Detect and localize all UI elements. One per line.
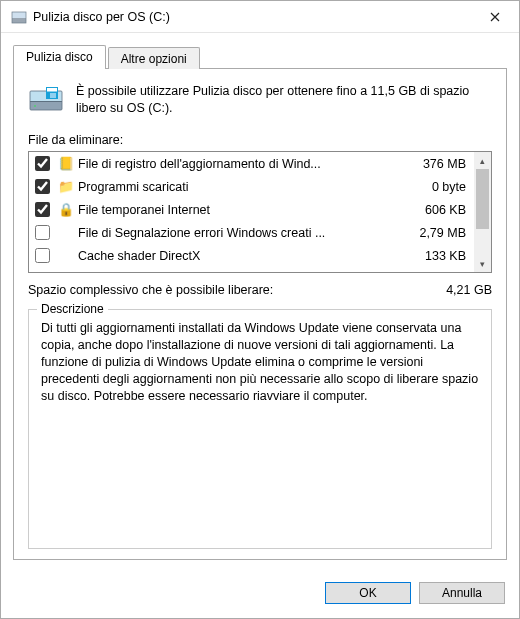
svg-rect-1 [12, 12, 26, 18]
file-name: File temporanei Internet [78, 203, 403, 217]
scrollbar[interactable]: ▴ ▾ [474, 152, 491, 272]
total-value: 4,21 GB [446, 283, 492, 297]
file-name: File di Segnalazione errori Windows crea… [78, 226, 403, 240]
file-row[interactable]: Cache shader DirectX133 KB [29, 244, 474, 267]
tab-other-options[interactable]: Altre opzioni [108, 47, 200, 69]
ok-button[interactable]: OK [325, 582, 411, 604]
file-size: 376 MB [403, 157, 468, 171]
file-row[interactable]: 📒File di registro dell'aggiornamento di … [29, 152, 474, 175]
drive-icon [28, 85, 64, 121]
scroll-track[interactable] [474, 169, 491, 255]
close-button[interactable] [473, 2, 517, 32]
file-type-icon: 📒 [58, 156, 74, 172]
file-checkbox[interactable] [35, 225, 50, 240]
svg-rect-10 [50, 93, 56, 98]
file-name: Programmi scaricati [78, 180, 403, 194]
description-group: Descrizione Di tutti gli aggiornamenti i… [28, 309, 492, 549]
tab-main[interactable]: Pulizia disco [13, 45, 106, 69]
files-label: File da eliminare: [28, 133, 492, 147]
cancel-button[interactable]: Annulla [419, 582, 505, 604]
file-size: 2,79 MB [403, 226, 468, 240]
file-type-icon: 📁 [58, 179, 74, 195]
file-name: Cache shader DirectX [78, 249, 403, 263]
svg-rect-6 [30, 101, 62, 102]
window-title: Pulizia disco per OS (C:) [33, 10, 473, 24]
scroll-down-icon[interactable]: ▾ [474, 255, 491, 272]
title-bar: Pulizia disco per OS (C:) [1, 1, 519, 33]
scroll-thumb[interactable] [476, 169, 489, 229]
file-size: 606 KB [403, 203, 468, 217]
file-list: 📒File di registro dell'aggiornamento di … [28, 151, 492, 273]
file-type-icon [58, 248, 74, 264]
description-heading: Descrizione [37, 302, 108, 316]
file-checkbox[interactable] [35, 179, 50, 194]
description-text: Di tutti gli aggiornamenti installati da… [41, 320, 479, 404]
file-checkbox[interactable] [35, 202, 50, 217]
file-checkbox[interactable] [35, 156, 50, 171]
dialog-content: Pulizia disco Altre opzioni È possibile … [1, 33, 519, 572]
file-size: 133 KB [403, 249, 468, 263]
file-row[interactable]: 📁Programmi scaricati0 byte [29, 175, 474, 198]
file-type-icon [58, 225, 74, 241]
file-row[interactable]: File di Segnalazione errori Windows crea… [29, 221, 474, 244]
drive-cleanup-icon [11, 9, 27, 25]
svg-rect-0 [12, 18, 26, 23]
intro-text: È possibile utilizzare Pulizia disco per… [76, 83, 492, 121]
tab-strip: Pulizia disco Altre opzioni [13, 45, 507, 68]
svg-rect-9 [47, 88, 57, 92]
file-name: File di registro dell'aggiornamento di W… [78, 157, 403, 171]
button-bar: OK Annulla [1, 572, 519, 618]
total-label: Spazio complessivo che è possibile liber… [28, 283, 446, 297]
file-size: 0 byte [403, 180, 468, 194]
total-row: Spazio complessivo che è possibile liber… [28, 283, 492, 297]
intro-row: È possibile utilizzare Pulizia disco per… [28, 83, 492, 121]
file-type-icon: 🔒 [58, 202, 74, 218]
file-checkbox[interactable] [35, 248, 50, 263]
tab-panel-main: È possibile utilizzare Pulizia disco per… [13, 68, 507, 560]
file-row[interactable]: 🔒File temporanei Internet606 KB [29, 198, 474, 221]
svg-point-7 [34, 105, 36, 107]
scroll-up-icon[interactable]: ▴ [474, 152, 491, 169]
